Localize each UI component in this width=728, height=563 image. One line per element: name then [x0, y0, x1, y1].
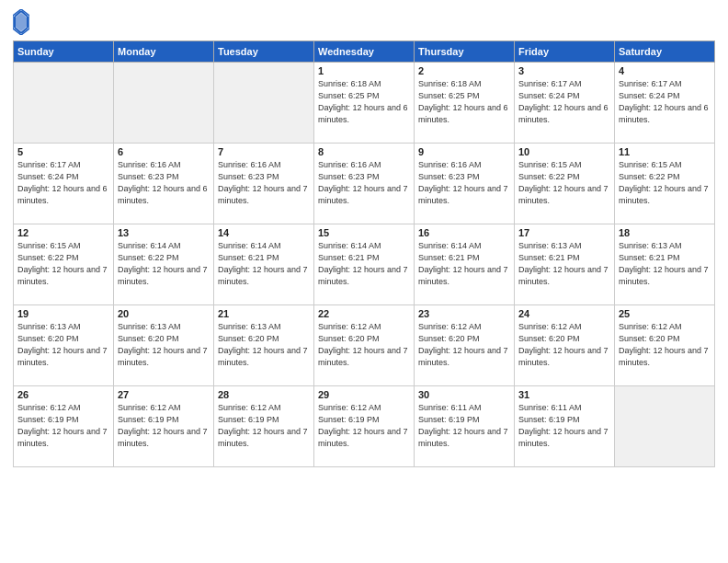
calendar-day-header: Tuesday — [214, 41, 314, 63]
day-info: Sunrise: 6:18 AMSunset: 6:25 PMDaylight:… — [318, 79, 408, 124]
calendar-cell: 5 Sunrise: 6:17 AMSunset: 6:24 PMDayligh… — [14, 144, 114, 224]
calendar-cell: 19 Sunrise: 6:13 AMSunset: 6:20 PMDaylig… — [14, 305, 114, 386]
calendar-cell: 6 Sunrise: 6:16 AMSunset: 6:23 PMDayligh… — [114, 144, 214, 224]
day-number: 7 — [218, 146, 310, 157]
calendar-header-row: SundayMondayTuesdayWednesdayThursdayFrid… — [14, 41, 715, 63]
calendar-week-row: 1 Sunrise: 6:18 AMSunset: 6:25 PMDayligh… — [14, 63, 715, 144]
day-info: Sunrise: 6:12 AMSunset: 6:19 PMDaylight:… — [118, 403, 208, 448]
calendar-cell: 22 Sunrise: 6:12 AMSunset: 6:20 PMDaylig… — [314, 305, 415, 386]
calendar-day-header: Saturday — [615, 41, 715, 63]
calendar-cell: 20 Sunrise: 6:13 AMSunset: 6:20 PMDaylig… — [114, 305, 214, 386]
day-number: 14 — [218, 227, 310, 238]
calendar-cell: 24 Sunrise: 6:12 AMSunset: 6:20 PMDaylig… — [515, 305, 615, 386]
generalblue-icon — [13, 9, 29, 35]
calendar-cell: 31 Sunrise: 6:11 AMSunset: 6:19 PMDaylig… — [515, 386, 615, 467]
day-info: Sunrise: 6:13 AMSunset: 6:20 PMDaylight:… — [17, 322, 108, 367]
calendar-cell — [615, 386, 715, 467]
calendar-cell: 30 Sunrise: 6:11 AMSunset: 6:19 PMDaylig… — [415, 386, 515, 467]
calendar-day-header: Friday — [515, 41, 615, 63]
day-info: Sunrise: 6:17 AMSunset: 6:24 PMDaylight:… — [17, 160, 108, 205]
day-info: Sunrise: 6:13 AMSunset: 6:20 PMDaylight:… — [218, 322, 308, 367]
calendar-cell — [214, 63, 314, 144]
day-info: Sunrise: 6:12 AMSunset: 6:20 PMDaylight:… — [318, 322, 408, 367]
day-info: Sunrise: 6:14 AMSunset: 6:21 PMDaylight:… — [218, 241, 308, 286]
day-info: Sunrise: 6:18 AMSunset: 6:25 PMDaylight:… — [418, 79, 508, 124]
calendar-cell: 15 Sunrise: 6:14 AMSunset: 6:21 PMDaylig… — [314, 224, 415, 305]
calendar-cell: 17 Sunrise: 6:13 AMSunset: 6:21 PMDaylig… — [515, 224, 615, 305]
calendar-week-row: 26 Sunrise: 6:12 AMSunset: 6:19 PMDaylig… — [14, 386, 715, 467]
day-info: Sunrise: 6:16 AMSunset: 6:23 PMDaylight:… — [318, 160, 408, 205]
calendar-day-header: Monday — [114, 41, 214, 63]
calendar-cell: 28 Sunrise: 6:12 AMSunset: 6:19 PMDaylig… — [214, 386, 314, 467]
day-number: 6 — [118, 146, 210, 157]
day-number: 11 — [619, 146, 711, 157]
day-info: Sunrise: 6:12 AMSunset: 6:19 PMDaylight:… — [17, 403, 108, 448]
day-info: Sunrise: 6:17 AMSunset: 6:24 PMDaylight:… — [619, 79, 709, 124]
calendar-cell: 4 Sunrise: 6:17 AMSunset: 6:24 PMDayligh… — [615, 63, 715, 144]
day-info: Sunrise: 6:12 AMSunset: 6:20 PMDaylight:… — [619, 322, 709, 367]
header — [13, 9, 715, 35]
calendar-cell: 14 Sunrise: 6:14 AMSunset: 6:21 PMDaylig… — [214, 224, 314, 305]
calendar-cell: 3 Sunrise: 6:17 AMSunset: 6:24 PMDayligh… — [515, 63, 615, 144]
day-number: 1 — [318, 65, 410, 76]
day-number: 21 — [218, 308, 310, 319]
calendar-cell: 11 Sunrise: 6:15 AMSunset: 6:22 PMDaylig… — [615, 144, 715, 224]
calendar-cell: 26 Sunrise: 6:12 AMSunset: 6:19 PMDaylig… — [14, 386, 114, 467]
day-number: 30 — [418, 389, 510, 400]
calendar-cell: 29 Sunrise: 6:12 AMSunset: 6:19 PMDaylig… — [314, 386, 415, 467]
day-number: 15 — [318, 227, 410, 238]
calendar-cell: 13 Sunrise: 6:14 AMSunset: 6:22 PMDaylig… — [114, 224, 214, 305]
day-number: 10 — [518, 146, 610, 157]
day-info: Sunrise: 6:15 AMSunset: 6:22 PMDaylight:… — [518, 160, 609, 205]
day-number: 18 — [619, 227, 711, 238]
day-number: 29 — [318, 389, 410, 400]
day-number: 16 — [418, 227, 510, 238]
calendar-week-row: 12 Sunrise: 6:15 AMSunset: 6:22 PMDaylig… — [14, 224, 715, 305]
day-info: Sunrise: 6:13 AMSunset: 6:21 PMDaylight:… — [518, 241, 609, 286]
day-number: 4 — [619, 65, 711, 76]
day-number: 8 — [318, 146, 410, 157]
day-number: 23 — [418, 308, 510, 319]
calendar-cell: 10 Sunrise: 6:15 AMSunset: 6:22 PMDaylig… — [515, 144, 615, 224]
calendar-cell — [114, 63, 214, 144]
calendar: SundayMondayTuesdayWednesdayThursdayFrid… — [13, 40, 715, 467]
calendar-cell: 8 Sunrise: 6:16 AMSunset: 6:23 PMDayligh… — [314, 144, 415, 224]
day-info: Sunrise: 6:13 AMSunset: 6:20 PMDaylight:… — [118, 322, 208, 367]
calendar-cell: 2 Sunrise: 6:18 AMSunset: 6:25 PMDayligh… — [415, 63, 515, 144]
day-info: Sunrise: 6:16 AMSunset: 6:23 PMDaylight:… — [118, 160, 208, 205]
day-number: 28 — [218, 389, 310, 400]
calendar-week-row: 5 Sunrise: 6:17 AMSunset: 6:24 PMDayligh… — [14, 144, 715, 224]
day-info: Sunrise: 6:13 AMSunset: 6:21 PMDaylight:… — [619, 241, 709, 286]
day-number: 20 — [118, 308, 210, 319]
calendar-cell: 16 Sunrise: 6:14 AMSunset: 6:21 PMDaylig… — [415, 224, 515, 305]
day-info: Sunrise: 6:14 AMSunset: 6:22 PMDaylight:… — [118, 241, 208, 286]
day-number: 13 — [118, 227, 210, 238]
page: SundayMondayTuesdayWednesdayThursdayFrid… — [0, 0, 728, 563]
calendar-week-row: 19 Sunrise: 6:13 AMSunset: 6:20 PMDaylig… — [14, 305, 715, 386]
calendar-cell: 12 Sunrise: 6:15 AMSunset: 6:22 PMDaylig… — [14, 224, 114, 305]
day-number: 25 — [619, 308, 711, 319]
calendar-cell: 21 Sunrise: 6:13 AMSunset: 6:20 PMDaylig… — [214, 305, 314, 386]
day-info: Sunrise: 6:14 AMSunset: 6:21 PMDaylight:… — [318, 241, 408, 286]
day-info: Sunrise: 6:15 AMSunset: 6:22 PMDaylight:… — [619, 160, 709, 205]
calendar-cell: 18 Sunrise: 6:13 AMSunset: 6:21 PMDaylig… — [615, 224, 715, 305]
day-info: Sunrise: 6:12 AMSunset: 6:19 PMDaylight:… — [218, 403, 308, 448]
day-info: Sunrise: 6:12 AMSunset: 6:20 PMDaylight:… — [518, 322, 609, 367]
day-info: Sunrise: 6:12 AMSunset: 6:20 PMDaylight:… — [418, 322, 508, 367]
calendar-day-header: Thursday — [415, 41, 515, 63]
day-info: Sunrise: 6:16 AMSunset: 6:23 PMDaylight:… — [218, 160, 308, 205]
day-info: Sunrise: 6:16 AMSunset: 6:23 PMDaylight:… — [418, 160, 508, 205]
day-number: 9 — [418, 146, 510, 157]
logo — [13, 9, 31, 35]
day-number: 19 — [17, 308, 109, 319]
calendar-cell: 1 Sunrise: 6:18 AMSunset: 6:25 PMDayligh… — [314, 63, 415, 144]
day-number: 3 — [518, 65, 610, 76]
day-number: 24 — [518, 308, 610, 319]
calendar-cell — [14, 63, 114, 144]
day-number: 2 — [418, 65, 510, 76]
calendar-cell: 7 Sunrise: 6:16 AMSunset: 6:23 PMDayligh… — [214, 144, 314, 224]
day-number: 12 — [17, 227, 109, 238]
calendar-cell: 27 Sunrise: 6:12 AMSunset: 6:19 PMDaylig… — [114, 386, 214, 467]
day-info: Sunrise: 6:11 AMSunset: 6:19 PMDaylight:… — [518, 403, 609, 448]
day-number: 27 — [118, 389, 210, 400]
